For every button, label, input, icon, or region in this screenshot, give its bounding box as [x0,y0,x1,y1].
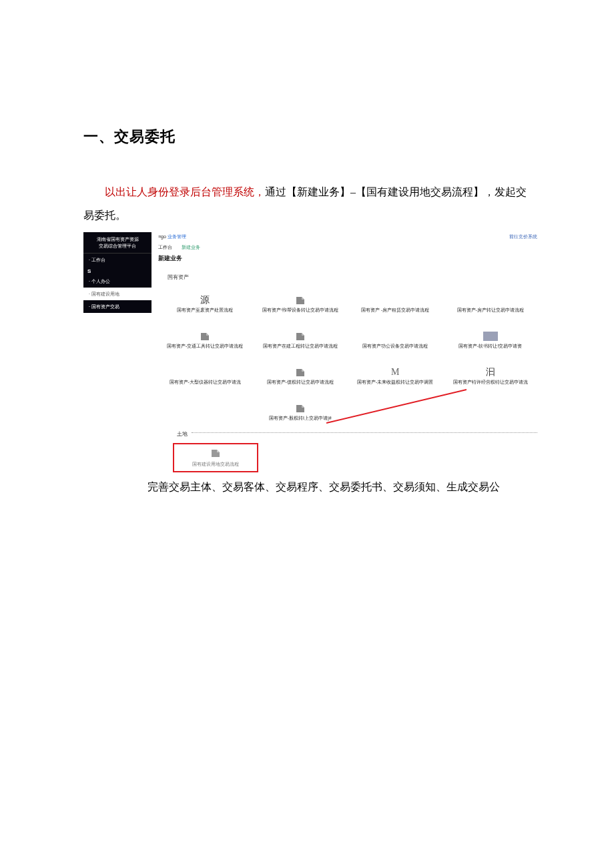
tile-equipment-transfer[interactable]: 国有资产书I帮设备转让交易申请流程 [255,286,346,313]
screenshot-sidebar: 湖南省国有资产资源 交易综合管理平台 · 工作台 S · 个人办公 · 国有建设… [83,232,151,472]
tile-empty [350,394,441,421]
sidebar-letter-s: S [83,266,151,275]
sidebar-item-land[interactable]: · 国有建设用地 [83,288,151,300]
section-title: 一、交易委托 [83,127,531,147]
category-state-assets: 国有资产 [158,270,537,286]
tile-waste-disposal[interactable]: 源 国有资产至废资产处置流程 [160,286,251,313]
sidebar-item-asset-txn[interactable]: · 国有资产交易 [83,300,151,313]
screenshot: 湖南省国有资产资源 交易综合管理平台 · 工作台 S · 个人办公 · 国有建设… [83,232,537,472]
tile-land-transaction-highlighted[interactable]: 国有建设用地交易流程 [173,443,258,472]
category-land-row: 土地 [158,428,537,438]
tile-future-earnings[interactable]: M 国有资产-未来收益权转让交易申调置 [350,358,441,385]
tile-empty [445,394,537,421]
top-right-link[interactable]: 前往竞价系统 [509,234,537,240]
tile-empty [160,394,251,421]
tile-instrument-transfer[interactable]: 国有资产-大型仪器转让交易申请流 [160,358,251,385]
file-icon [200,332,210,341]
block-icon [483,332,498,341]
sidebar-item-workbench[interactable]: · 工作台 [83,254,151,266]
breadcrumb-workbench[interactable]: 工作台 [158,245,172,250]
breadcrumb: 工作台 新建业务 [158,243,537,253]
file-icon [485,296,496,305]
breadcrumb-newbiz[interactable]: 新建业务 [182,245,200,250]
tile-vehicle-transfer[interactable]: 国有资产-交通工具转让交易申请流程 [160,322,251,349]
file-icon [295,332,306,341]
intro-paragraph: 以出让人身份登录后台管理系统，通过【新建业务】–【国有建设用地交易流程】，发起交… [83,180,531,227]
tile-office-equipment[interactable]: 国有资产功公设备交易申请流程 [350,322,441,349]
glyph-icon: 源 [200,296,210,305]
glyph-icon: 汩 [486,368,495,377]
sidebar-app-title: 湖南省国有资产资源 交易综合管理平台 [83,232,151,253]
page-title: 新建业务 [158,253,537,270]
tile-construction-transfer[interactable]: 国有资产在建工程转让交易申请流程 [255,322,346,349]
file-icon [295,368,306,377]
after-paragraph: 完善交易主体、交易客体、交易程序、交易委托书、交易须知、生成交易公 [83,472,531,498]
tile-property-lease[interactable]: 国有资产 -房产租赁交易申请流程 [350,286,441,313]
top-left-label: ≡go 业务管理 [158,234,186,240]
tile-debt-transfer[interactable]: 国有资产-债权转让交易申请流程 [255,358,346,385]
glyph-icon: M [391,368,399,377]
file-icon [200,368,210,377]
tile-property-transfer[interactable]: 国有资产-房产转让交易申请流程 [445,286,537,313]
category-land-label: 土地 [177,430,192,438]
tile-franchise-transfer[interactable]: 汩 国有资产特许经营权特让交易申请流 [445,358,537,385]
screenshot-main: ≡go 业务管理 前往竞价系统 工作台 新建业务 新建业务 国有资产 源 国有资… [151,232,537,472]
sidebar-item-personal[interactable]: · 个人办公 [83,275,151,288]
para-seg2: 台管理系统， [201,186,265,197]
file-icon [295,296,306,305]
file-icon [210,448,221,459]
tile-software-transfer[interactable]: 国有资产-软书转让!交易申请资 [445,322,537,349]
file-icon [390,332,400,341]
tile-grid: 源 国有资产至废资产处置流程 国有资产书I帮设备转让交易申请流程 国有资产 -房… [158,286,537,428]
file-icon [295,404,306,413]
para-seg1: 以出让人身份登录后 [105,186,201,197]
tile-equity-transfer[interactable]: 国有资产-股权转I上交易申请|# [255,394,346,421]
file-icon [390,296,400,305]
